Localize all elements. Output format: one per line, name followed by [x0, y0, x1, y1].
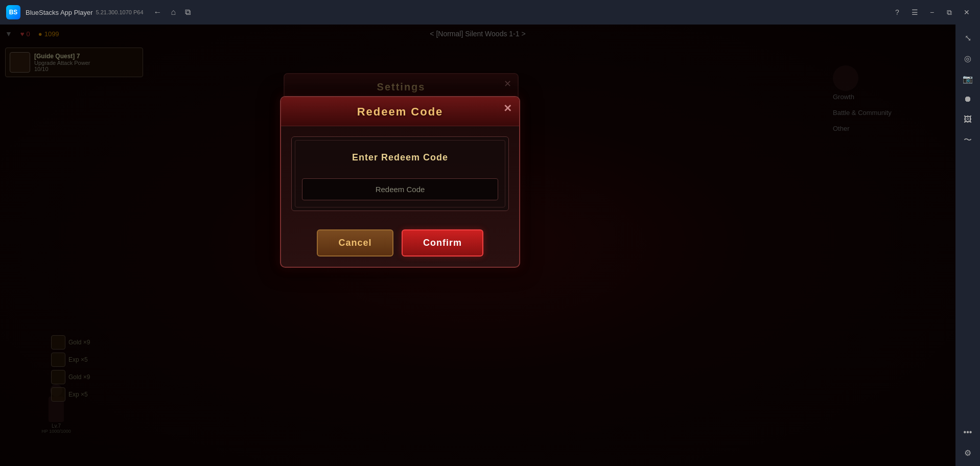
cancel-button[interactable]: Cancel [317, 229, 393, 257]
redeem-header: Redeem Code ✕ [281, 97, 519, 126]
app-title: BlueStacks App Player [26, 9, 93, 16]
restore-button[interactable]: ⧉ [942, 5, 956, 19]
redeem-code-input[interactable] [302, 178, 498, 200]
redeem-footer: Cancel Confirm [281, 221, 519, 267]
multi-button[interactable]: ⧉ [185, 8, 191, 17]
resize-sidebar-button[interactable]: ⤡ [959, 29, 977, 47]
minimize-button[interactable]: − [925, 5, 939, 19]
redeem-input-area: Enter Redeem Code [291, 136, 509, 211]
titlebar: BS BlueStacks App Player 5.21.300.1070 P… [0, 0, 980, 25]
home-button[interactable]: ⌂ [171, 8, 176, 17]
redeem-title: Redeem Code [357, 105, 444, 118]
menu-button[interactable]: ☰ [907, 5, 922, 19]
redeem-close-button[interactable]: ✕ [503, 102, 512, 114]
confirm-button[interactable]: Confirm [402, 229, 483, 257]
screenshot-sidebar-button[interactable]: 📷 [959, 69, 977, 88]
right-sidebar: ⤡ ◎ 📷 ⏺ 🖼 〜 ••• ⚙ [955, 25, 980, 466]
bluestacks-logo: BS [6, 5, 20, 19]
close-button[interactable]: ✕ [960, 5, 974, 19]
window-controls: ? ☰ − ⧉ ✕ [890, 5, 974, 19]
redeem-input-label: Enter Redeem Code [302, 152, 498, 163]
shake-sidebar-button[interactable]: 〜 [959, 131, 977, 149]
media-sidebar-button[interactable]: 🖼 [959, 110, 977, 129]
game-background: ▼ ♥ 0 ● 1099 < [Normal] Silent Woods 1-1… [0, 25, 955, 466]
camera-sidebar-button[interactable]: ◎ [959, 49, 977, 67]
more-sidebar-button[interactable]: ••• [959, 423, 977, 441]
redeem-body: Enter Redeem Code [281, 126, 519, 221]
help-button[interactable]: ? [890, 5, 904, 19]
settings-sidebar-button[interactable]: ⚙ [959, 444, 977, 462]
redeem-dialog: Redeem Code ✕ Enter Redeem Code Cancel C… [280, 96, 520, 268]
back-button[interactable]: ← [154, 8, 162, 17]
titlebar-nav: ← ⌂ ⧉ [154, 8, 191, 17]
app-subtitle: 5.21.300.1070 P64 [96, 9, 144, 15]
record-sidebar-button[interactable]: ⏺ [959, 90, 977, 108]
